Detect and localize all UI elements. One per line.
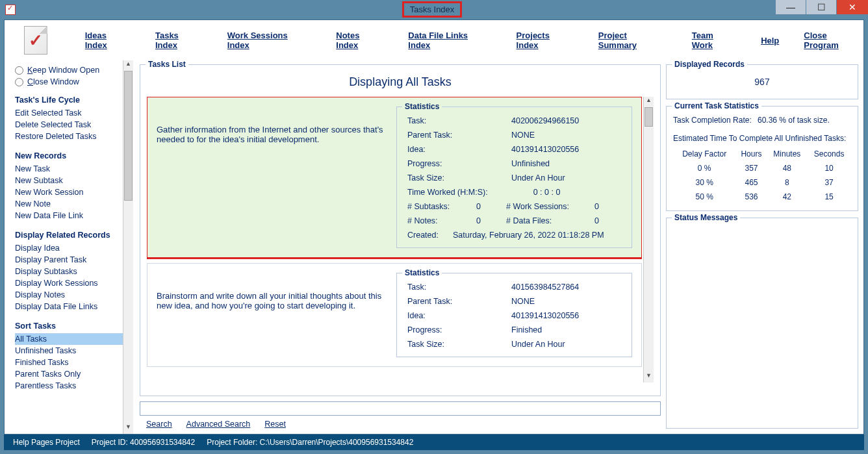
reset-link[interactable]: Reset [264,420,286,429]
time-estimate-table: Delay Factor Hours Minutes Seconds 0 %35… [673,147,851,204]
nav-project-summary[interactable]: Project Summary [598,31,667,50]
app-canvas: Ideas Index Tasks Index Work Sessions In… [4,19,864,435]
link-display-idea[interactable]: Display Idea [15,242,125,254]
estimated-time-label: Estimated Time To Complete All Unfinishe… [673,134,851,143]
stat-label-created: Created: [407,231,453,240]
stat-size: Under An Hour [511,340,621,349]
nav-notes-index[interactable]: Notes Index [336,31,383,50]
stat-label-data-files: # Data Files: [506,216,591,225]
nav-ideas-index[interactable]: Ideas Index [85,31,131,50]
scroll-thumb[interactable] [645,107,653,127]
stat-created: Saturday, February 26, 2022 01:18:28 PM [453,231,621,240]
nav-projects-index[interactable]: Projects Index [517,31,574,50]
task-description: Gather information from the Internet and… [157,107,387,248]
nav-team-work[interactable]: Team Work [692,31,736,50]
scroll-up-icon[interactable]: ▲ [644,97,654,107]
table-row: 0 %3574810 [673,161,851,175]
stat-label-idea: Idea: [407,145,511,154]
displayed-records-panel: Displayed Records 967 [666,64,858,99]
titlebar: Tasks Index — ☐ ✕ [0,0,868,19]
link-restore-deleted-tasks[interactable]: Restore Deleted Tasks [15,131,125,142]
stat-label-subtasks: # Subtasks: [407,202,472,211]
app-logo [24,26,47,55]
link-new-subtask[interactable]: New Subtask [15,175,125,186]
heading-sort-tasks: Sort Tasks [15,322,133,331]
stat-time-worked: 0 : 0 : 0 [511,188,621,197]
link-new-task[interactable]: New Task [15,163,125,175]
link-display-data-file-links[interactable]: Display Data File Links [15,301,125,312]
stat-label-parent: Parent Task: [407,297,511,306]
nav-data-file-links-index[interactable]: Data File Links Index [408,31,491,50]
stat-work-sessions: 0 [594,202,620,211]
status-bar: Help Pages Project Project ID: 400956931… [4,435,864,450]
scroll-down-icon[interactable]: ▼ [123,423,133,434]
status-project-name: Help Pages Project [13,438,80,447]
status-messages-legend: Status Messages [672,213,740,222]
nav-help[interactable]: Help [761,36,779,45]
link-all-tasks[interactable]: All Tasks [15,333,125,345]
sidebar: Keep Window Open Close Window Task's Lif… [5,60,133,434]
col-delay-factor: Delay Factor [673,147,735,161]
nav-tasks-index[interactable]: Tasks Index [155,31,203,50]
col-hours: Hours [735,147,767,161]
link-delete-selected-task[interactable]: Delete Selected Task [15,119,125,131]
tasks-list-title: Displaying All Tasks [147,75,654,89]
scroll-thumb[interactable] [124,71,133,201]
nav-work-sessions-index[interactable]: Work Sessions Index [227,31,311,50]
stat-parent-task: NONE [511,131,621,140]
advanced-search-link[interactable]: Advanced Search [186,420,251,429]
heading-task-life-cycle: Task's Life Cycle [15,95,133,105]
link-new-data-file-link[interactable]: New Data File Link [15,210,125,221]
current-task-statistics-panel: Current Task Statistics Task Completion … [666,106,858,211]
link-edit-selected-task[interactable]: Edit Selected Task [15,107,125,119]
stat-size: Under An Hour [511,173,621,183]
tasks-scrollbar[interactable]: ▲ ▼ [643,97,654,383]
link-display-notes[interactable]: Display Notes [15,289,125,301]
search-link[interactable]: Search [146,420,172,429]
status-project-folder: Project Folder: C:\Users\Darren\Projects… [207,438,413,447]
minimize-button[interactable]: — [776,0,806,14]
nav-close-program[interactable]: Close Program [804,31,863,50]
heading-new-records: New Records [15,151,133,160]
stat-label-notes: # Notes: [407,216,472,225]
stat-idea: 401391413020556 [511,311,621,320]
top-nav: Ideas Index Tasks Index Work Sessions In… [5,20,863,60]
link-unfinished-tasks[interactable]: Unfinished Tasks [15,345,125,357]
link-display-parent-task[interactable]: Display Parent Task [15,254,125,266]
link-parent-tasks-only[interactable]: Parent Tasks Only [15,368,125,380]
completion-rate-value: 60.36 % of task size. [758,116,851,125]
app-icon [5,5,16,15]
col-seconds: Seconds [807,147,851,161]
task-card[interactable]: Gather information from the Internet and… [147,97,642,258]
stat-task-id: 401563984527864 [511,283,621,292]
close-button[interactable]: ✕ [837,0,868,14]
task-card[interactable]: Brainstorm and write down all your initi… [147,263,642,367]
scroll-up-icon[interactable]: ▲ [123,60,133,71]
stat-label-size: Task Size: [407,173,511,183]
col-minutes: Minutes [767,147,808,161]
maximize-button[interactable]: ☐ [806,0,836,14]
link-parentless-tasks[interactable]: Parentless Tasks [15,380,125,392]
radio-close-window[interactable]: Close Window [15,77,133,86]
radio-keep-window-open[interactable]: Keep Window Open [15,66,133,75]
scroll-down-icon[interactable]: ▼ [644,372,654,383]
stat-label-progress: Progress: [407,325,511,334]
search-input[interactable] [140,401,661,416]
link-new-note[interactable]: New Note [15,198,125,210]
statistics-legend: Statistics [402,268,442,277]
stat-label-parent: Parent Task: [407,131,511,140]
status-messages-panel: Status Messages [666,218,858,429]
stat-idea: 401391413020556 [511,145,621,154]
link-finished-tasks[interactable]: Finished Tasks [15,357,125,368]
link-display-subtasks[interactable]: Display Subtasks [15,266,125,277]
task-statistics-box: Statistics Task:401563984527864 Parent T… [396,273,632,357]
sidebar-scrollbar[interactable]: ▲ ▼ [123,60,133,434]
stat-data-files: 0 [594,216,620,225]
link-new-work-session[interactable]: New Work Session [15,186,125,198]
link-display-work-sessions[interactable]: Display Work Sessions [15,277,125,289]
stat-progress: Finished [511,325,621,334]
stat-parent-task: NONE [511,297,621,306]
displayed-records-legend: Displayed Records [672,60,747,69]
stat-label-idea: Idea: [407,311,511,320]
displayed-records-count: 967 [673,71,851,92]
